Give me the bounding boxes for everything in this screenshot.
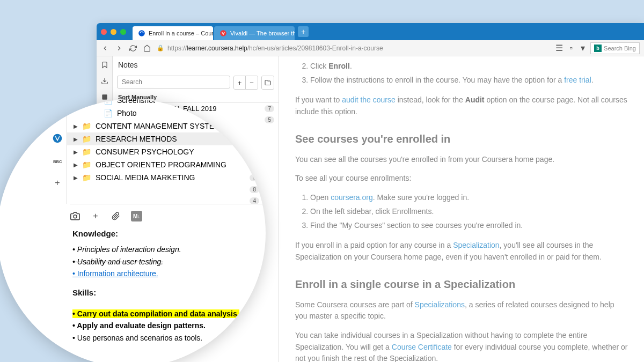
dropdown-icon[interactable]: ▾ [579, 44, 587, 53]
url-field[interactable]: 🔒 https://learner.coursera.help/hc/en-us… [157, 45, 550, 52]
chevron-right-icon: ▶ [74, 123, 78, 129]
tree-folder-row[interactable]: ▶📁OBJECT ORIENTED PROGRAMMING7 [67, 158, 266, 171]
coursera-favicon-icon [138, 29, 145, 37]
chevron-right-icon: ▶ [74, 149, 78, 155]
specializations-link[interactable]: Specializations [415, 300, 465, 309]
tree-folder-row[interactable]: ▶📁SOCIAL MEDIA MARKETING9 [67, 171, 266, 184]
bing-icon: b [594, 45, 602, 52]
back-button[interactable] [101, 44, 109, 53]
notes-toolbar: + − [113, 73, 279, 92]
folder-icon: 📁 [82, 122, 91, 130]
chevron-right-icon: ▶ [74, 162, 78, 168]
search-placeholder: Search Bing [604, 45, 636, 51]
reload-button[interactable] [129, 44, 137, 53]
tree-label: OBJECT ORIENTED PROGRAMMING [96, 160, 247, 169]
lock-icon: 🔒 [157, 45, 164, 51]
address-bar-right: ☰ ▫ ▾ b Search Bing [555, 42, 640, 54]
folder-icon: 📁 [82, 147, 91, 156]
markdown-toggle[interactable]: M↓ [131, 211, 142, 221]
bullet-highlighted: • Carry out data compilation and data an… [72, 309, 239, 318]
svg-point-4 [74, 215, 77, 218]
tree-folder-row[interactable]: 8 [67, 184, 266, 195]
section-heading: See courses you're enrolled in [295, 131, 628, 147]
notes-title: Notes [113, 56, 279, 73]
notes-search-input[interactable] [117, 76, 230, 88]
tree-count: 7 [265, 105, 274, 112]
new-folder-button[interactable] [262, 76, 274, 89]
vivaldi-favicon-icon [219, 29, 227, 37]
forward-button[interactable] [115, 44, 123, 53]
paragraph: You can see all the courses you're enrol… [295, 154, 628, 166]
section-heading: Enroll in a single course in a Specializ… [295, 276, 628, 293]
specialization-link[interactable]: Specialization [453, 241, 499, 249]
chevron-right-icon: ▶ [74, 136, 78, 142]
paragraph: You can take individual courses in a Spe… [295, 330, 628, 362]
search-engine-box[interactable]: b Search Bing [590, 42, 640, 54]
page-content: Click Enroll. Follow the instructions to… [279, 56, 644, 362]
svg-point-1 [220, 30, 226, 36]
window-controls [101, 29, 126, 35]
tree-count: 5 [265, 116, 274, 123]
paragraph: If you want to audit the course instead,… [295, 94, 628, 117]
svg-point-0 [138, 30, 145, 36]
paragraph: Some Coursera courses are part of Specia… [295, 299, 628, 322]
home-button[interactable] [143, 44, 151, 53]
list-item: Follow the instructions to enroll in the… [310, 75, 628, 86]
address-bar: 🔒 https://learner.coursera.help/hc/en-us… [97, 40, 644, 56]
list-item: Click Enroll. [310, 61, 628, 72]
tree-label: CONSUMER PSYCHOLOGY [96, 147, 259, 156]
lens-panel-strip: BBC + [48, 99, 67, 204]
page-panel-icon[interactable] [53, 109, 62, 120]
knowledge-heading: Knowledge: [72, 228, 255, 239]
folder-icon: 📁 [82, 135, 91, 143]
bbc-panel-icon[interactable]: BBC [53, 159, 62, 164]
paragraph: To see all your course enrollments: [295, 173, 628, 184]
folder-icon: 📁 [82, 160, 91, 169]
downloads-panel-icon[interactable] [100, 77, 109, 85]
add-panel-icon[interactable]: + [55, 178, 60, 188]
audit-link[interactable]: audit the course [342, 95, 396, 104]
bookmarks-panel-icon[interactable] [100, 61, 109, 69]
minimize-window-button[interactable] [111, 29, 116, 35]
magnified-notes-lens: BBC + 📄Screenshot 📄Photo ▶📁CONTENT MANAG… [0, 99, 266, 362]
vivaldi-panel-icon[interactable] [53, 134, 62, 145]
paragraph: If you enroll in a paid option for any c… [295, 240, 628, 263]
tab-bar: Enroll in a course – Course Vivaldi — Th… [97, 23, 644, 40]
add-icon[interactable]: + [90, 211, 101, 221]
bullet-link[interactable]: • Information architecture. [72, 269, 158, 278]
coursera-link[interactable]: coursera.org [331, 193, 373, 202]
reader-icon[interactable]: ☰ [555, 44, 564, 53]
list-item: Find the "My Courses" section to see cou… [310, 220, 628, 232]
svg-point-3 [53, 134, 62, 143]
url-text: https://learner.coursera.help/hc/en-us/a… [167, 45, 383, 52]
camera-icon[interactable] [70, 211, 80, 221]
bullet-item: • Usability and user testing. [72, 257, 255, 268]
free-trial-link[interactable]: free trial [564, 76, 591, 84]
list-item: On the left sidebar, click Enrollments. [310, 206, 628, 218]
svg-rect-2 [102, 94, 107, 99]
list-item: Open coursera.org. Make sure you're logg… [310, 192, 628, 204]
note-editor-toolbar: + M↓ [70, 204, 263, 221]
file-icon: 📄 [104, 109, 113, 117]
tab-active[interactable]: Enroll in a course – Course [133, 26, 213, 40]
folder-icon: 📁 [82, 173, 91, 182]
maximize-window-button[interactable] [120, 29, 126, 35]
attachment-icon[interactable] [111, 211, 121, 221]
notes-panel-icon[interactable] [100, 93, 109, 101]
bullet-item: • Principles of interaction design. [72, 245, 255, 255]
tree-label: SOCIAL MEDIA MARKETING [96, 173, 247, 182]
new-tab-button[interactable]: + [298, 26, 309, 37]
certificate-link[interactable]: Course Certificate [392, 343, 452, 351]
add-note-button[interactable]: + [234, 76, 246, 89]
skills-heading: Skills: [72, 287, 255, 298]
article-body: Click Enroll. Follow the instructions to… [279, 61, 644, 362]
tab-inactive[interactable]: Vivaldi — The browser that [214, 26, 295, 40]
tab-label: Enroll in a course – Course [149, 30, 213, 36]
close-window-button[interactable] [101, 29, 107, 35]
remove-note-button[interactable]: − [246, 76, 258, 89]
chevron-right-icon: ▶ [74, 175, 78, 181]
tab-label: Vivaldi — The browser that [230, 30, 295, 36]
bookmark-icon[interactable]: ▫ [567, 44, 575, 53]
